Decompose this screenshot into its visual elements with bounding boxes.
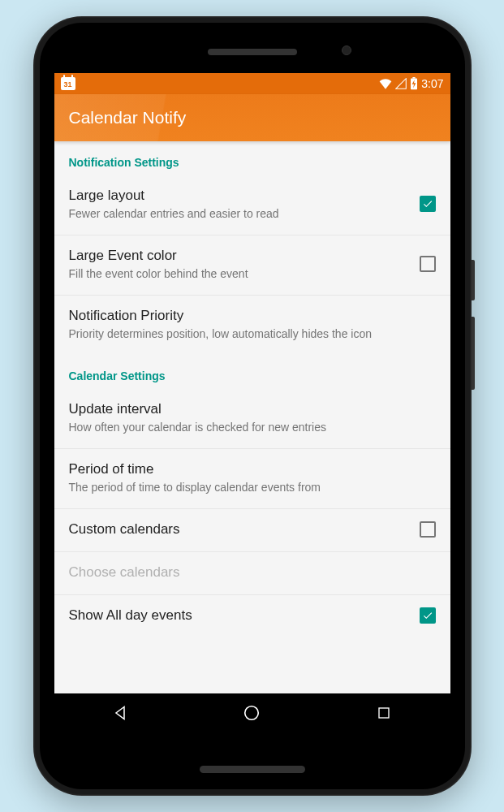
row-period-of-time[interactable]: Period of time The period of time to dis… xyxy=(54,449,450,509)
section-header-calendar: Calendar Settings xyxy=(54,355,450,389)
row-custom-calendars[interactable]: Custom calendars xyxy=(54,509,450,552)
status-left: 31 xyxy=(61,77,75,90)
status-bar: 31 3:07 xyxy=(54,73,450,94)
nav-recent-button[interactable] xyxy=(374,703,394,723)
checkbox-large-event-color[interactable] xyxy=(420,256,436,272)
row-update-interval[interactable]: Update interval How often your calendar … xyxy=(54,389,450,449)
row-subtitle: How often your calendar is checked for n… xyxy=(69,420,426,435)
nav-back-button[interactable] xyxy=(110,703,130,723)
phone-bezel: 31 3:07 Calendar Notify Notification Set… xyxy=(40,23,465,789)
earpiece xyxy=(208,49,297,55)
nav-home-button[interactable] xyxy=(242,703,261,723)
row-title: Notification Priority xyxy=(69,307,426,325)
row-title: Choose calendars xyxy=(69,564,426,581)
row-show-all-day-events[interactable]: Show All day events xyxy=(54,595,450,629)
phone-side-button xyxy=(472,317,475,390)
row-title: Large layout xyxy=(69,187,410,205)
row-title: Period of time xyxy=(69,460,426,478)
row-subtitle: Fill the event color behind the event xyxy=(69,266,410,282)
svg-rect-1 xyxy=(413,77,416,79)
row-title: Update interval xyxy=(69,400,426,418)
app-title: Calendar Notify xyxy=(69,108,187,127)
phone-frame: 31 3:07 Calendar Notify Notification Set… xyxy=(33,16,472,796)
row-choose-calendars: Choose calendars xyxy=(54,552,450,595)
row-subtitle: The period of time to display calendar e… xyxy=(69,480,426,495)
signal-icon xyxy=(395,78,407,89)
row-subtitle: Priority determines position, low automa… xyxy=(69,326,426,342)
checkbox-custom-calendars[interactable] xyxy=(420,521,436,538)
section-header-notification: Notification Settings xyxy=(54,141,450,175)
row-large-event-color[interactable]: Large Event color Fill the event color b… xyxy=(54,235,450,296)
calendar-app-icon: 31 xyxy=(61,77,75,90)
row-large-layout[interactable]: Large layout Fewer calendar entries and … xyxy=(54,175,450,235)
calendar-app-icon-day: 31 xyxy=(63,80,71,90)
row-title: Large Event color xyxy=(69,247,410,265)
row-title: Custom calendars xyxy=(69,520,410,538)
row-notification-priority[interactable]: Notification Priority Priority determine… xyxy=(54,296,450,355)
status-time: 3:07 xyxy=(421,77,443,90)
settings-list[interactable]: Notification Settings Large layout Fewer… xyxy=(54,141,450,693)
svg-rect-3 xyxy=(379,708,389,718)
screen: 31 3:07 Calendar Notify Notification Set… xyxy=(54,73,450,732)
row-subtitle: Fewer calendar entries and easier to rea… xyxy=(69,206,410,222)
row-title: Show All day events xyxy=(69,607,410,624)
app-bar: Calendar Notify xyxy=(54,94,450,141)
bottom-speaker xyxy=(200,766,305,773)
navigation-bar xyxy=(54,693,450,732)
checkbox-large-layout[interactable] xyxy=(420,196,436,212)
battery-charging-icon xyxy=(410,77,418,90)
front-camera xyxy=(342,45,351,55)
status-right: 3:07 xyxy=(379,77,443,90)
wifi-icon xyxy=(379,78,392,89)
svg-point-2 xyxy=(245,706,259,720)
phone-side-button xyxy=(472,260,475,300)
checkbox-show-all-day-events[interactable] xyxy=(420,607,436,624)
